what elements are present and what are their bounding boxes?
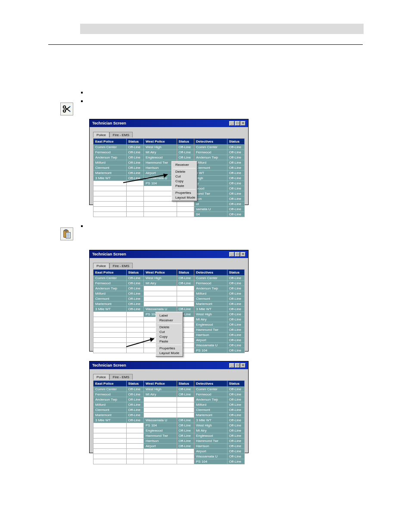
table-cell: Englewood xyxy=(143,155,177,160)
table-cell xyxy=(143,207,177,212)
max-button[interactable]: □ xyxy=(235,363,240,368)
header-band xyxy=(80,24,364,34)
table-cell: Off-Line xyxy=(177,276,194,281)
table-cell: Wassamata U xyxy=(143,418,177,423)
ctx-delete[interactable]: Delete xyxy=(156,325,183,330)
table-cell xyxy=(143,413,177,418)
table-cell xyxy=(143,459,177,464)
table-cell: Mariemont xyxy=(93,302,127,307)
tab-fire-ems[interactable]: Fire - EMS xyxy=(109,132,133,137)
arrow-2 xyxy=(124,336,159,349)
table-cell xyxy=(93,322,127,327)
table-cell xyxy=(177,296,194,302)
ctx-layout-mode[interactable]: Layout Mode xyxy=(156,351,183,355)
table-cell: Off-Line xyxy=(126,276,143,281)
table-cell: Clermont xyxy=(194,296,227,302)
table-cell: Off-Line xyxy=(227,387,244,392)
ctx-paste[interactable]: Paste xyxy=(172,184,197,188)
table-cell xyxy=(177,413,194,418)
table-cell: West High xyxy=(143,387,177,392)
ctx-copy[interactable]: Copy xyxy=(156,334,183,339)
ctx-properties[interactable]: Properties xyxy=(156,346,183,351)
table-cell: Comm Center xyxy=(194,276,227,281)
ctx-cut[interactable]: Cut xyxy=(172,174,197,179)
table-cell: PS 104 xyxy=(194,459,227,464)
table-cell xyxy=(93,196,127,202)
table-cell: Mariemont xyxy=(194,413,227,418)
table-cell: Milford xyxy=(194,291,227,296)
max-button[interactable]: □ xyxy=(235,252,240,257)
ctx-receiver[interactable]: Receiver xyxy=(156,318,183,323)
table-cell: Off-Line xyxy=(227,212,244,217)
tab-police[interactable]: Police xyxy=(93,374,109,380)
col-status-2: Status xyxy=(177,381,194,387)
ctx-paste[interactable]: Paste xyxy=(156,339,183,344)
titlebar-1: Technician Screen _ □ × xyxy=(90,119,248,127)
context-menu-2[interactable]: Label Receiver Delete Cut Copy Paste Pro… xyxy=(156,312,183,357)
min-button[interactable]: _ xyxy=(229,363,234,368)
tab-police[interactable]: Police xyxy=(93,132,109,137)
close-button[interactable]: × xyxy=(240,121,246,126)
ctx-receiver[interactable]: Receiver xyxy=(172,162,197,167)
table-cell: Off-Line xyxy=(227,459,244,464)
window-title: Technician Screen xyxy=(92,252,126,256)
table-cell xyxy=(177,454,194,459)
table-cell xyxy=(93,433,127,439)
table-cell xyxy=(93,207,127,212)
ctx-delete[interactable]: Delete xyxy=(172,169,197,174)
min-button[interactable]: _ xyxy=(229,252,234,257)
table-cell: Harrison xyxy=(143,439,177,444)
max-button[interactable]: □ xyxy=(235,121,240,126)
table-cell: West High xyxy=(194,423,227,428)
table-cell: Off-Line xyxy=(227,454,244,459)
col-status-3: Status xyxy=(227,381,244,387)
table-cell: Off-Line xyxy=(177,428,194,433)
table-cell: Mt Airy xyxy=(194,428,227,433)
table-cell xyxy=(126,207,143,212)
ctx-properties[interactable]: Properties xyxy=(172,190,197,195)
table-cell: Fernwood xyxy=(194,392,227,397)
clipboard-icon xyxy=(60,227,73,240)
table-cell xyxy=(126,196,143,202)
table-cell: wood xyxy=(194,186,227,191)
tab-fire-ems[interactable]: Fire - EMS xyxy=(109,374,133,380)
table-cell: Anderson Twp xyxy=(194,397,227,402)
table-cell: Off-Line xyxy=(126,286,143,291)
table-cell: Off-Line xyxy=(126,281,143,286)
table-cell: Off-Line xyxy=(227,338,244,343)
ctx-cut[interactable]: Cut xyxy=(156,330,183,334)
titlebar-2: Technician Screen _ □ × xyxy=(90,250,248,258)
context-menu-1[interactable]: Receiver Delete Cut Copy Paste Propertie… xyxy=(171,161,197,201)
ctx-layout-mode[interactable]: Layout Mode xyxy=(172,195,197,200)
col-status-3: Status xyxy=(227,139,244,145)
table-cell xyxy=(93,333,127,338)
table-cell: Off-Line xyxy=(227,186,244,191)
table-cell: Fernwood xyxy=(194,150,227,155)
table-cell: West High xyxy=(194,312,227,317)
table-cell xyxy=(143,402,177,408)
screenshot-2: Technician Screen _ □ × PoliceFire - EMS… xyxy=(89,250,249,352)
close-button[interactable]: × xyxy=(240,252,246,257)
table-2: East Police Status West Police Status De… xyxy=(93,269,245,353)
min-button[interactable]: _ xyxy=(229,121,234,126)
table-cell xyxy=(126,212,143,217)
table-cell xyxy=(93,317,127,322)
table-cell: 3 WT xyxy=(194,171,227,176)
table-cell: Off-Line xyxy=(177,155,194,160)
table-cell: Off-Line xyxy=(227,444,244,449)
table-cell: Comm Center xyxy=(194,145,227,150)
table-cell: Clermont xyxy=(93,408,127,413)
close-button[interactable]: × xyxy=(240,363,246,368)
table-cell: Fernwood xyxy=(93,281,127,286)
table-cell: West High xyxy=(143,145,177,150)
table-cell: Milford xyxy=(93,160,127,165)
table-cell xyxy=(93,212,127,217)
table-cell xyxy=(93,428,127,433)
table-cell: Off-Line xyxy=(126,296,143,302)
ctx-label[interactable]: Label xyxy=(156,313,183,318)
table-cell: Off-Line xyxy=(227,296,244,302)
ctx-copy[interactable]: Copy xyxy=(172,179,197,184)
tab-fire-ems[interactable]: Fire - EMS xyxy=(109,263,133,268)
table-cell: Off-Line xyxy=(227,276,244,281)
tab-police[interactable]: Police xyxy=(93,263,109,268)
